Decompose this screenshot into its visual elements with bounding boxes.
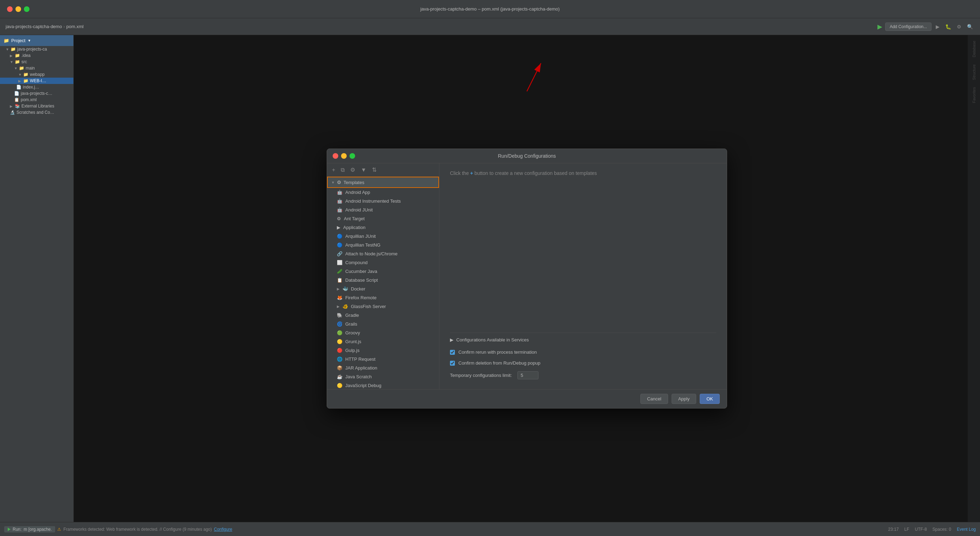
scratches-icon: 🔬 [10,110,15,115]
config-list-panel: + ⧉ ⚙ ▼ ⇅ ▼ ⚙ Templates [327,163,439,389]
tree-label: src [21,59,27,64]
tree-label: webapp [30,72,45,77]
project-header[interactable]: 📁 Project ▼ [0,35,73,46]
config-item-android-tests[interactable]: 🤖 Android Instrumented Tests [327,197,439,205]
tree-item-webinf[interactable]: ▶ 📁 WEB-I… [0,78,73,84]
bottom-lf: LF [904,527,909,532]
tree-label: index.j… [23,85,39,89]
run-button[interactable]: ▶ [934,22,941,31]
config-item-ant-target[interactable]: ⚙ Ant Target [327,214,439,223]
add-configuration-button[interactable]: Add Configuration... [885,22,932,31]
config-item-attach-nodejs[interactable]: 🔗 Attach to Node.js/Chrome [327,250,439,258]
run-panel-header[interactable]: Run: m [org.apache. [4,526,55,533]
breadcrumb-file[interactable]: pom.xml [67,24,84,29]
confirm-deletion-checkbox[interactable] [450,361,455,366]
settings-button[interactable]: ⚙ [955,22,963,31]
gradle-icon: 🐘 [337,313,342,318]
red-arrow-annotation [492,56,562,99]
window-title: java-projects-captcha-demo – pom.xml (ja… [420,6,560,11]
dialog-close-button[interactable] [332,153,338,159]
tree-label: External Libraries [21,103,54,108]
config-item-docker[interactable]: ▶ 🐳 Docker [327,285,439,293]
close-button[interactable] [7,6,13,12]
config-item-label: Gradle [345,313,359,318]
config-item-compound[interactable]: ⬜ Compound [327,258,439,267]
config-item-label: Grunt.js [345,339,361,344]
run-triangle-icon [8,528,11,531]
glassfish-arrow: ▶ [337,305,340,309]
minimize-button[interactable] [16,6,21,12]
config-item-glassfish[interactable]: ▶ 🐠 GlassFish Server [327,302,439,311]
apply-button[interactable]: Apply [671,394,697,404]
svg-line-1 [527,63,541,91]
breadcrumb-project[interactable]: java-projects-captcha-demo [6,24,62,29]
toolbar-right: ▶ Add Configuration... ▶ 🐛 ⚙ 🔍 [877,22,974,31]
config-item-cucumber-java[interactable]: 🥒 Cucumber Java [327,267,439,276]
glassfish-icon: 🐠 [342,304,348,309]
filter-config-btn[interactable]: ▼ [359,166,369,174]
ok-button[interactable]: OK [700,394,720,404]
debug-button[interactable]: 🐛 [944,22,953,31]
services-arrow-icon: ▶ [450,337,453,342]
confirm-rerun-label: Confirm rerun with process termination [458,350,537,355]
config-item-label: Attach to Node.js/Chrome [345,251,398,256]
templates-arrow: ▼ [331,181,335,184]
config-item-label: Gulp.js [345,348,360,353]
xml-icon: 📋 [14,97,19,102]
search-button[interactable]: 🔍 [966,22,974,31]
tree-item-scratches[interactable]: 🔬 Scratches and Co… [0,109,73,116]
config-item-js-debug[interactable]: 🟡 JavaScript Debug [327,381,439,389]
tree-item-main[interactable]: ▼ 📁 main [0,65,73,71]
tree-item-java-projects-c[interactable]: 📄 java-projects-c… [0,90,73,97]
confirm-rerun-checkbox[interactable] [450,350,455,355]
config-item-jar-application[interactable]: 📦 JAR Application [327,364,439,372]
temp-config-input[interactable] [517,371,538,379]
event-log[interactable]: Event Log [957,527,976,532]
configure-link[interactable]: Configure [214,527,232,532]
dialog-title: Run/Debug Configurations [498,153,556,159]
config-item-gradle[interactable]: 🐘 Gradle [327,311,439,320]
temp-config-row: Temporary configurations limit: [450,369,716,382]
tree-arrow: ▶ [10,54,13,57]
tree-item-src[interactable]: ▼ 📁 src [0,59,73,65]
settings-config-btn[interactable]: ⚙ [348,165,357,174]
config-item-java-scratch[interactable]: ☕ Java Scratch [327,372,439,381]
config-item-application[interactable]: ▶ Application [327,223,439,232]
cancel-button[interactable]: Cancel [640,394,668,404]
android-junit-icon: 🤖 [337,207,342,213]
tree-item-java-projects[interactable]: ▼ 📁 java-projects-ca [0,46,73,52]
sort-config-btn[interactable]: ⇅ [370,165,379,174]
tree-item-pomxml[interactable]: 📋 pom.xml [0,97,73,103]
services-section-header[interactable]: ▶ Configurations Available in Services [450,337,716,342]
config-item-gulpjs[interactable]: 🔴 Gulp.js [327,346,439,355]
tree-item-webapp[interactable]: ▼ 📁 webapp [0,71,73,78]
config-item-firefox-remote[interactable]: 🦊 Firefox Remote [327,293,439,302]
config-item-grails[interactable]: 🌀 Grails [327,320,439,328]
dialog-max-button[interactable] [350,153,355,159]
android-app-icon: 🤖 [337,190,342,195]
main-area: Run/Debug Configurations + ⧉ ⚙ ▼ ⇅ [74,35,980,522]
copy-config-btn[interactable]: ⧉ [339,166,347,174]
templates-section-header[interactable]: ▼ ⚙ Templates [327,177,439,188]
config-item-arquillian-testng[interactable]: 🔵 Arquillian TestNG [327,240,439,250]
maximize-button[interactable] [24,6,30,12]
config-item-android-junit[interactable]: 🤖 Android JUnit [327,205,439,214]
config-item-http-request[interactable]: 🌐 HTTP Request [327,355,439,364]
tree-item-index[interactable]: 📄 index.j… [0,84,73,90]
config-item-database-script[interactable]: 📋 Database Script [327,276,439,285]
folder-icon: 📁 [15,59,20,64]
add-config-toolbar-btn[interactable]: + [330,166,337,174]
folder-icon: 📁 [23,78,29,83]
http-request-icon: 🌐 [337,356,342,362]
config-item-groovy[interactable]: 🟢 Groovy [327,328,439,337]
attach-nodejs-icon: 🔗 [337,251,342,256]
config-item-android-app[interactable]: 🤖 Android App [327,188,439,197]
tree-item-idea[interactable]: ▶ 📁 .idea [0,52,73,59]
config-item-gruntjs[interactable]: 🟡 Grunt.js [327,337,439,346]
confirm-rerun-row: Confirm rerun with process termination [450,347,716,358]
dialog-min-button[interactable] [341,153,347,159]
config-item-arquillian-junit[interactable]: 🔵 Arquillian JUnit [327,232,439,240]
dialog-window-controls[interactable] [332,153,355,159]
window-controls[interactable] [7,6,30,12]
tree-item-external-libs[interactable]: ▶ 📚 External Libraries [0,103,73,109]
